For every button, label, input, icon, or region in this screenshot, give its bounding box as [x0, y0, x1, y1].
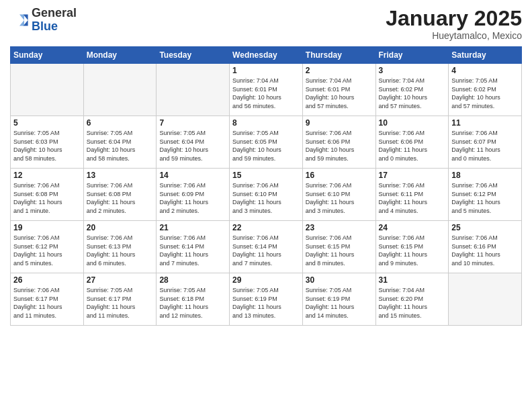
- table-row: 10Sunrise: 7:06 AM Sunset: 6:06 PM Dayli…: [375, 116, 449, 169]
- day-number: 26: [13, 275, 81, 285]
- day-number: 24: [379, 223, 446, 232]
- day-number: 30: [306, 275, 373, 285]
- table-row: 28Sunrise: 7:05 AM Sunset: 6:18 PM Dayli…: [157, 273, 230, 326]
- day-info: Sunrise: 7:06 AM Sunset: 6:14 PM Dayligh…: [159, 234, 226, 267]
- day-number: 20: [87, 223, 154, 232]
- table-row: 13Sunrise: 7:06 AM Sunset: 6:08 PM Dayli…: [83, 169, 157, 221]
- day-info: Sunrise: 7:06 AM Sunset: 6:07 PM Dayligh…: [451, 129, 519, 163]
- day-info: Sunrise: 7:06 AM Sunset: 6:08 PM Dayligh…: [87, 181, 154, 215]
- day-info: Sunrise: 7:04 AM Sunset: 6:01 PM Dayligh…: [306, 77, 373, 110]
- logo: General Blue: [10, 7, 77, 34]
- title-block: January 2025 Hueytamalco, Mexico: [386, 7, 522, 41]
- calendar-table: Sunday Monday Tuesday Wednesday Thursday…: [10, 46, 522, 326]
- day-info: Sunrise: 7:04 AM Sunset: 6:20 PM Dayligh…: [379, 286, 446, 320]
- day-info: Sunrise: 7:05 AM Sunset: 6:04 PM Dayligh…: [87, 129, 154, 163]
- table-row: [449, 273, 522, 326]
- calendar-week-row: 26Sunrise: 7:06 AM Sunset: 6:17 PM Dayli…: [11, 273, 522, 326]
- day-number: 12: [13, 171, 81, 180]
- logo-icon: [10, 11, 29, 30]
- page-header: General Blue January 2025 Hueytamalco, M…: [10, 7, 522, 41]
- weekday-sunday: Sunday: [11, 47, 84, 64]
- day-info: Sunrise: 7:05 AM Sunset: 6:05 PM Dayligh…: [232, 129, 300, 163]
- table-row: 26Sunrise: 7:06 AM Sunset: 6:17 PM Dayli…: [11, 273, 84, 326]
- table-row: [83, 64, 157, 116]
- table-row: 12Sunrise: 7:06 AM Sunset: 6:08 PM Dayli…: [11, 169, 84, 221]
- day-info: Sunrise: 7:06 AM Sunset: 6:10 PM Dayligh…: [232, 181, 300, 215]
- table-row: 5Sunrise: 7:05 AM Sunset: 6:03 PM Daylig…: [11, 116, 84, 169]
- weekday-wednesday: Wednesday: [230, 47, 303, 64]
- table-row: 15Sunrise: 7:06 AM Sunset: 6:10 PM Dayli…: [230, 169, 303, 221]
- day-number: 9: [306, 118, 373, 128]
- table-row: 3Sunrise: 7:04 AM Sunset: 6:02 PM Daylig…: [375, 64, 449, 116]
- day-number: 7: [159, 118, 226, 128]
- table-row: 25Sunrise: 7:06 AM Sunset: 6:16 PM Dayli…: [449, 221, 522, 273]
- table-row: 8Sunrise: 7:05 AM Sunset: 6:05 PM Daylig…: [230, 116, 303, 169]
- day-info: Sunrise: 7:04 AM Sunset: 6:01 PM Dayligh…: [232, 77, 300, 110]
- table-row: 11Sunrise: 7:06 AM Sunset: 6:07 PM Dayli…: [449, 116, 522, 169]
- day-info: Sunrise: 7:06 AM Sunset: 6:12 PM Dayligh…: [13, 234, 81, 267]
- table-row: 1Sunrise: 7:04 AM Sunset: 6:01 PM Daylig…: [230, 64, 303, 116]
- day-info: Sunrise: 7:04 AM Sunset: 6:02 PM Dayligh…: [379, 77, 446, 110]
- day-number: 29: [232, 275, 300, 285]
- day-number: 17: [379, 171, 446, 180]
- table-row: 24Sunrise: 7:06 AM Sunset: 6:15 PM Dayli…: [375, 221, 449, 273]
- day-info: Sunrise: 7:05 AM Sunset: 6:18 PM Dayligh…: [159, 286, 226, 320]
- day-number: 8: [232, 118, 300, 128]
- day-info: Sunrise: 7:05 AM Sunset: 6:03 PM Dayligh…: [13, 129, 81, 163]
- day-info: Sunrise: 7:05 AM Sunset: 6:04 PM Dayligh…: [159, 129, 226, 163]
- day-number: 4: [451, 66, 519, 75]
- table-row: 30Sunrise: 7:05 AM Sunset: 6:19 PM Dayli…: [302, 273, 375, 326]
- table-row: 2Sunrise: 7:04 AM Sunset: 6:01 PM Daylig…: [302, 64, 375, 116]
- calendar-week-row: 19Sunrise: 7:06 AM Sunset: 6:12 PM Dayli…: [11, 221, 522, 273]
- logo-blue-text: Blue: [32, 19, 58, 33]
- calendar-week-row: 1Sunrise: 7:04 AM Sunset: 6:01 PM Daylig…: [11, 64, 522, 116]
- table-row: 7Sunrise: 7:05 AM Sunset: 6:04 PM Daylig…: [157, 116, 230, 169]
- page-container: General Blue January 2025 Hueytamalco, M…: [0, 0, 532, 411]
- day-number: 2: [306, 66, 373, 75]
- weekday-saturday: Saturday: [449, 47, 522, 64]
- table-row: 22Sunrise: 7:06 AM Sunset: 6:14 PM Dayli…: [230, 221, 303, 273]
- day-info: Sunrise: 7:06 AM Sunset: 6:14 PM Dayligh…: [232, 234, 300, 267]
- weekday-thursday: Thursday: [302, 47, 375, 64]
- day-info: Sunrise: 7:06 AM Sunset: 6:13 PM Dayligh…: [87, 234, 154, 267]
- day-number: 5: [13, 118, 81, 128]
- day-number: 10: [379, 118, 446, 128]
- calendar-week-row: 12Sunrise: 7:06 AM Sunset: 6:08 PM Dayli…: [11, 169, 522, 221]
- weekday-monday: Monday: [83, 47, 157, 64]
- day-info: Sunrise: 7:05 AM Sunset: 6:02 PM Dayligh…: [451, 77, 519, 110]
- table-row: 6Sunrise: 7:05 AM Sunset: 6:04 PM Daylig…: [83, 116, 157, 169]
- calendar-week-row: 5Sunrise: 7:05 AM Sunset: 6:03 PM Daylig…: [11, 116, 522, 169]
- day-info: Sunrise: 7:06 AM Sunset: 6:15 PM Dayligh…: [306, 234, 373, 267]
- table-row: 31Sunrise: 7:04 AM Sunset: 6:20 PM Dayli…: [375, 273, 449, 326]
- day-info: Sunrise: 7:06 AM Sunset: 6:15 PM Dayligh…: [379, 234, 446, 267]
- table-row: 27Sunrise: 7:05 AM Sunset: 6:17 PM Dayli…: [83, 273, 157, 326]
- day-info: Sunrise: 7:05 AM Sunset: 6:19 PM Dayligh…: [232, 286, 300, 320]
- table-row: 19Sunrise: 7:06 AM Sunset: 6:12 PM Dayli…: [11, 221, 84, 273]
- day-number: 14: [159, 171, 226, 180]
- day-info: Sunrise: 7:05 AM Sunset: 6:19 PM Dayligh…: [306, 286, 373, 320]
- weekday-tuesday: Tuesday: [157, 47, 230, 64]
- month-title: January 2025: [386, 7, 522, 30]
- svg-marker-1: [19, 14, 24, 26]
- day-number: 31: [379, 275, 446, 285]
- table-row: 4Sunrise: 7:05 AM Sunset: 6:02 PM Daylig…: [449, 64, 522, 116]
- table-row: 9Sunrise: 7:06 AM Sunset: 6:06 PM Daylig…: [302, 116, 375, 169]
- day-info: Sunrise: 7:06 AM Sunset: 6:06 PM Dayligh…: [379, 129, 446, 163]
- day-number: 15: [232, 171, 300, 180]
- day-number: 28: [159, 275, 226, 285]
- day-number: 13: [87, 171, 154, 180]
- table-row: 23Sunrise: 7:06 AM Sunset: 6:15 PM Dayli…: [302, 221, 375, 273]
- day-number: 21: [159, 223, 226, 232]
- day-info: Sunrise: 7:06 AM Sunset: 6:11 PM Dayligh…: [379, 181, 446, 215]
- day-number: 25: [451, 223, 519, 232]
- table-row: [157, 64, 230, 116]
- table-row: 21Sunrise: 7:06 AM Sunset: 6:14 PM Dayli…: [157, 221, 230, 273]
- day-number: 16: [306, 171, 373, 180]
- table-row: 18Sunrise: 7:06 AM Sunset: 6:12 PM Dayli…: [449, 169, 522, 221]
- day-info: Sunrise: 7:05 AM Sunset: 6:17 PM Dayligh…: [87, 286, 154, 320]
- day-number: 1: [232, 66, 300, 75]
- table-row: 29Sunrise: 7:05 AM Sunset: 6:19 PM Dayli…: [230, 273, 303, 326]
- day-number: 11: [451, 118, 519, 128]
- day-number: 23: [306, 223, 373, 232]
- location-text: Hueytamalco, Mexico: [386, 30, 522, 41]
